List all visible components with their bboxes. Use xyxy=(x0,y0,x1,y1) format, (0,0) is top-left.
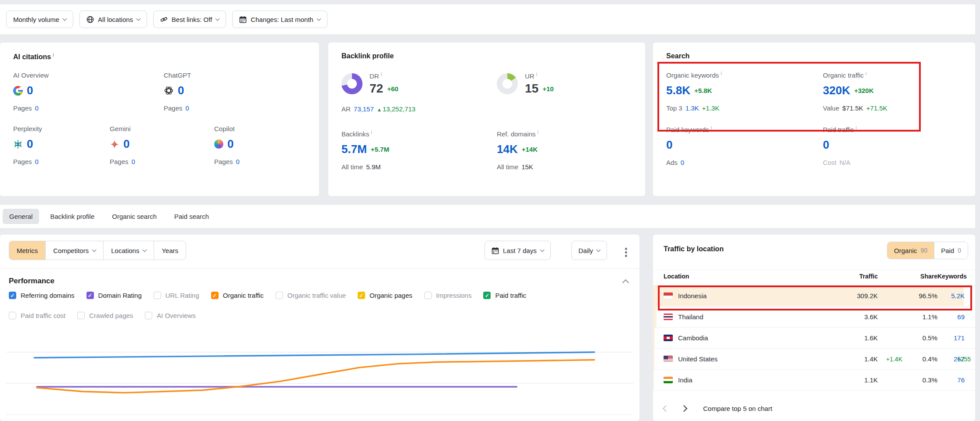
checkbox-ai-overviews[interactable]: AI Overviews xyxy=(145,312,195,319)
dr-metric: DR 72 +60 AR 73,157 13,252,713 xyxy=(341,71,497,113)
metric-checkbox-row-1: ✓Referring domains✓Domain RatingURL Rati… xyxy=(9,292,526,299)
ref-domains-label: Ref. domains xyxy=(497,129,538,138)
best-links-dropdown[interactable]: Best links: Off xyxy=(153,11,226,28)
unchecked-checkbox-icon[interactable] xyxy=(276,292,283,299)
table-row-india[interactable]: India 1.1K 0.3% 76 xyxy=(653,369,975,390)
ai-overview-metric: AI Overview 0 Pages0 xyxy=(13,71,164,112)
cambodia-flag xyxy=(664,335,673,341)
ads-value-link[interactable]: 0 xyxy=(681,159,684,166)
cost-label: Cost xyxy=(823,159,836,166)
tab-organic-search[interactable]: Organic search xyxy=(105,209,163,224)
col-traffic: Traffic xyxy=(837,273,878,280)
segment-metrics[interactable]: Metrics xyxy=(9,241,45,260)
segment-competitors[interactable]: Competitors xyxy=(45,241,103,260)
checkbox-crawled-pages[interactable]: Crawled pages xyxy=(77,312,133,319)
unchecked-checkbox-icon[interactable] xyxy=(154,292,161,299)
alltime-value: 15K xyxy=(521,163,533,171)
locations-dropdown[interactable]: All locations xyxy=(79,11,147,28)
google-icon xyxy=(13,86,23,96)
performance-chart[interactable] xyxy=(6,335,633,421)
segment-label: Competitors xyxy=(53,247,89,254)
checkbox-domain-rating[interactable]: ✓Domain Rating xyxy=(86,292,142,299)
checkbox-url-rating[interactable]: URL Rating xyxy=(154,292,199,299)
unchecked-checkbox-icon[interactable] xyxy=(9,312,16,319)
tab-backlink-profile[interactable]: Backlink profile xyxy=(43,209,101,224)
organic-traffic-delta: +320K xyxy=(854,87,874,94)
traffic-value: 309.2K xyxy=(837,292,878,300)
chatgpt-metric: ChatGPT 0 Pages0 xyxy=(164,71,191,112)
checkbox-paid-traffic-cost[interactable]: Paid traffic cost xyxy=(9,312,65,319)
pages-link[interactable]: 0 xyxy=(186,104,189,112)
checkbox-organic-traffic-value[interactable]: Organic traffic value xyxy=(276,292,346,299)
granularity-label: Daily xyxy=(578,247,593,254)
ur-metric: UR 15 +10 xyxy=(497,71,554,113)
top3-delta: +1.3K xyxy=(702,104,720,112)
date-range-dropdown[interactable]: Last 7 days xyxy=(485,241,551,260)
unchecked-checkbox-icon[interactable] xyxy=(424,292,432,299)
tab-general[interactable]: General xyxy=(3,209,39,224)
checked-checkbox-icon[interactable]: ✓ xyxy=(86,292,94,299)
chevron-down-icon xyxy=(215,16,220,21)
pages-link[interactable]: 0 xyxy=(35,104,39,112)
backlinks-label: Backlinks xyxy=(341,129,497,138)
location-name: Cambodia xyxy=(678,334,708,342)
granularity-dropdown[interactable]: Daily xyxy=(571,241,607,260)
keywords-link[interactable]: 76 xyxy=(937,376,965,384)
monthly-volume-dropdown[interactable]: Monthly volume xyxy=(6,11,73,28)
ar-value-link[interactable]: 73,157 xyxy=(354,105,374,113)
indonesia-flag xyxy=(664,293,673,299)
checkbox-impressions[interactable]: Impressions xyxy=(424,292,472,299)
checkbox-paid-traffic[interactable]: ✓Paid traffic xyxy=(483,292,526,299)
checkbox-label: Paid traffic cost xyxy=(21,312,65,319)
checkbox-organic-pages[interactable]: ✓Organic pages xyxy=(358,292,413,299)
dr-label: DR xyxy=(370,71,398,80)
gemini-value: 0 xyxy=(123,137,129,151)
keywords-link[interactable]: 69 xyxy=(937,313,965,321)
toggle-paid[interactable]: Paid 0 xyxy=(934,242,968,259)
table-row-thailand[interactable]: Thailand 3.6K 1.1% 69 xyxy=(653,306,975,327)
pages-link[interactable]: 0 xyxy=(236,158,240,165)
segment-years[interactable]: Years xyxy=(154,241,186,260)
keywords-link[interactable]: 5.2K xyxy=(937,292,965,300)
chevron-down-icon xyxy=(143,247,147,252)
checked-checkbox-icon[interactable]: ✓ xyxy=(211,292,219,299)
table-row-indonesia[interactable]: Indonesia 309.2K 96.5% 5.2K xyxy=(653,285,975,306)
location-table-header: Location Traffic Share Keywords xyxy=(653,273,975,280)
collapse-chevron-up-icon[interactable] xyxy=(622,279,629,286)
more-options-kebab-icon[interactable] xyxy=(622,245,630,260)
ai-overview-label: AI Overview xyxy=(13,71,164,79)
previous-page-icon[interactable] xyxy=(663,405,670,412)
pages-link[interactable]: 0 xyxy=(132,158,135,165)
segment-label: Metrics xyxy=(17,247,38,254)
traffic-by-location-panel: Traffic by location Organic 90 Paid 0 Lo… xyxy=(653,235,975,421)
table-row-cambodia[interactable]: Cambodia 1.6K 0.5% 171 xyxy=(653,327,975,348)
organic-paid-toggle: Organic 90 Paid 0 xyxy=(887,242,968,259)
top3-value-link[interactable]: 1.3K xyxy=(686,104,699,112)
pages-link[interactable]: 0 xyxy=(35,158,39,165)
divider xyxy=(0,268,639,269)
value-amount: $71.5K xyxy=(842,104,863,112)
checkbox-organic-traffic[interactable]: ✓Organic traffic xyxy=(211,292,264,299)
tab-paid-search[interactable]: Paid search xyxy=(168,209,215,224)
ref-domains-value: 14K xyxy=(497,143,518,156)
table-row-united-states[interactable]: United States 1.4K +1.4K 0.4% 257 +255 xyxy=(653,348,975,369)
checkbox-referring-domains[interactable]: ✓Referring domains xyxy=(9,292,75,299)
keywords-link[interactable]: 171 xyxy=(937,334,965,342)
changes-dropdown[interactable]: Changes: Last month xyxy=(232,11,327,28)
backlink-profile-title: Backlink profile xyxy=(341,52,632,60)
segment-locations[interactable]: Locations xyxy=(103,241,154,260)
search-card: Search Organic keywords 5.8K +5.8K Top 3… xyxy=(653,43,975,196)
unchecked-checkbox-icon[interactable] xyxy=(145,312,152,319)
unchecked-checkbox-icon[interactable] xyxy=(77,312,85,319)
changes-label: Changes: Last month xyxy=(251,16,313,23)
checkbox-label: Paid traffic xyxy=(495,292,526,299)
toggle-organic[interactable]: Organic 90 xyxy=(887,242,934,259)
checked-checkbox-icon[interactable]: ✓ xyxy=(483,292,491,299)
checkbox-label: Impressions xyxy=(436,292,472,299)
checked-checkbox-icon[interactable]: ✓ xyxy=(358,292,365,299)
paid-keywords-metric: Paid keywords 0 Ads 0 xyxy=(666,125,823,166)
compare-top5-link[interactable]: Compare top 5 on chart xyxy=(703,405,772,412)
next-page-icon[interactable] xyxy=(681,405,688,412)
checked-checkbox-icon[interactable]: ✓ xyxy=(9,292,16,299)
organic-traffic-label: Organic traffic xyxy=(823,71,887,79)
